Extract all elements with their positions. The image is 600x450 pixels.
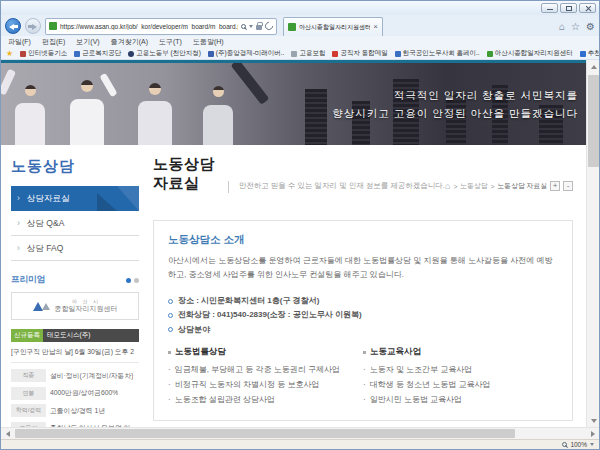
back-button[interactable] (5, 18, 21, 34)
zoom-caret-icon[interactable] (590, 443, 594, 446)
menu-tools[interactable]: 도구(T) (159, 37, 182, 47)
menu-view[interactable]: 보기(V) (76, 37, 99, 47)
page-title: 노동상담 자료실 (153, 155, 218, 193)
info-bullet-phone: 전화상담 : 041)540-2839(소장 : 공인노무사 이원복) (168, 308, 558, 322)
menu-bar: 파일(F) 편집(E) 보기(V) 즐겨찾기(A) 도구(T) 도움말(H) (1, 36, 599, 48)
ssl-lock-icon (256, 25, 262, 30)
sidebar-item-counsel-qna[interactable]: › 상담 Q&A (11, 211, 139, 236)
favicon (74, 51, 80, 57)
favorite-link[interactable]: 고용노동부 (천안지청) (128, 49, 201, 58)
home-icon[interactable]: ⌂ (559, 21, 565, 32)
home-icon[interactable]: ⌂ (445, 182, 450, 191)
job-row: 연봉 4000만원/상여금600% (11, 387, 139, 400)
favorite-link[interactable]: 공직자 통합메일 (332, 49, 387, 58)
favorite-link[interactable]: 인터넷등기소 (20, 49, 67, 58)
tab-favicon (288, 23, 296, 31)
banner-slogan: 적극적인 일자리 창출로 서민복지를 향상시키고 고용이 안정된 아산을 만들겠… (332, 87, 578, 123)
breadcrumb-item[interactable]: 노동상담 (460, 181, 487, 191)
column-legal-consult: 노동법률상담 ·임금체불, 부당해고 등 각종 노동권리 구제사업 ·비정규직 … (168, 346, 363, 407)
left-arrow-icon (6, 431, 10, 437)
chevron-icon: › (17, 186, 20, 211)
address-bar[interactable]: https://www.asan.go.kr/job/_kor/develope… (45, 18, 277, 35)
bullet-icon (168, 313, 173, 318)
zoom-magnifier-icon (562, 442, 567, 447)
vertical-scrollbar[interactable] (586, 60, 599, 427)
job-posting-widget[interactable]: 신규등록 태모도시스(주) [구인구직 만남의 날] 6월 30일(금) 오후 … (11, 329, 139, 427)
font-zoom-out-button[interactable]: - (563, 181, 573, 191)
page-header: 노동상담 자료실 안전하고 믿을 수 있는 일자리 및 인재 정보를 제공하겠습… (153, 155, 573, 193)
url-text[interactable]: https://www.asan.go.kr/job/_kor/develope… (60, 23, 238, 30)
square-bullet-icon (168, 351, 171, 354)
breadcrumb: ⌂ > 노동상담 > 노동상담 자료실 + - (445, 181, 573, 193)
zoom-level[interactable]: 100% (570, 441, 587, 448)
favorite-link[interactable]: (주)중앙경제-미래이버.. (208, 49, 285, 58)
favicon (208, 51, 214, 57)
favorite-link[interactable]: 아산시종합일자리지원센터 (487, 49, 573, 58)
favicon (20, 51, 26, 57)
premium-banner-logo[interactable]: 아 산 시 종합일자리지원센터 (11, 292, 139, 320)
page-subtitle: 안전하고 믿을 수 있는 일자리 및 인재 정보를 제공하겠습니다. (228, 181, 445, 193)
job-event-text: [구인구직 만남의 날] 6월 30일(금) 오후 2 (11, 347, 139, 363)
navigation-bar: https://www.asan.go.kr/job/_kor/develope… (1, 15, 599, 36)
close-button[interactable] (579, 3, 596, 13)
sidebar: 노동상담 › 상담자료실 › 상담 Q&A › 상담 FAQ (11, 157, 139, 427)
browser-tab[interactable]: 아산시종합일자리지원센터 × (283, 17, 383, 36)
right-arrow-icon (591, 431, 595, 437)
premium-section: 프리미엄 (11, 274, 139, 286)
favorite-link[interactable]: 한국공인노무사회 홈페이.. (395, 49, 480, 58)
bullet-icon (168, 327, 173, 332)
minimize-icon (547, 9, 553, 11)
sidebar-item-counsel-faq[interactable]: › 상담 FAQ (11, 236, 139, 261)
menu-edit[interactable]: 편집(E) (42, 37, 65, 47)
scroll-right-button[interactable] (586, 428, 599, 439)
hero-banner: 적극적인 일자리 창출로 서민복지를 향상시키고 고용이 안정된 아산을 만들겠… (1, 63, 586, 145)
scroll-left-button[interactable] (1, 428, 14, 439)
font-zoom-in-button[interactable]: + (550, 181, 560, 191)
intro-heading: 노동상담소 소개 (168, 233, 558, 247)
main-panel: 노동상담 자료실 안전하고 믿을 수 있는 일자리 및 인재 정보를 제공하겠습… (153, 155, 573, 427)
favorites-bar-star-icon[interactable]: ★ (6, 49, 13, 58)
carousel-dot-active[interactable] (126, 278, 131, 283)
square-bullet-icon (363, 351, 366, 354)
favorite-link[interactable]: 고용보험 (291, 49, 325, 58)
settings-gear-icon[interactable]: ⚙ (586, 21, 595, 32)
company-name-badge: 태모도시스(주) (43, 329, 139, 342)
favorite-link[interactable]: 근로복지공단 (74, 49, 121, 58)
search-icon[interactable] (241, 24, 246, 29)
horizontal-scrollbar-thumb[interactable] (15, 429, 515, 438)
forward-button[interactable] (25, 18, 41, 34)
job-row: 직종 설비·정비(기계정비/자동차) (11, 369, 139, 382)
consult-columns: 노동법률상담 ·임금체불, 부당해고 등 각종 노동권리 구제사업 ·비정규직 … (168, 346, 558, 407)
sidebar-title: 노동상담 (11, 157, 139, 176)
scroll-up-button[interactable] (587, 60, 599, 73)
favicon (291, 51, 297, 57)
minimize-button[interactable] (541, 3, 558, 13)
title-bar (1, 1, 599, 15)
favorites-star-icon[interactable]: ☆ (571, 21, 580, 32)
menu-help[interactable]: 도움말(H) (193, 37, 224, 47)
menu-favorites[interactable]: 즐겨찾기(A) (111, 37, 148, 47)
refresh-icon[interactable] (263, 20, 274, 31)
horizontal-scrollbar[interactable] (1, 427, 599, 439)
content-area: 노동상담 › 상담자료실 › 상담 Q&A › 상담 FAQ (1, 145, 586, 427)
tab-close-icon[interactable]: × (373, 23, 378, 31)
autocomplete-caret-icon[interactable] (249, 25, 253, 28)
back-arrow-icon (9, 24, 14, 30)
column-labor-education: 노동교육사업 ·노동자 및 노조간부 교육사업 ·대학생 등 청소년 노동법 교… (363, 346, 558, 407)
new-registration-badge: 신규등록 (11, 329, 43, 342)
favicon (580, 51, 586, 57)
job-row: 학력/경력 고졸이상/경력 1년 (11, 404, 139, 417)
favicon (332, 51, 338, 57)
sidebar-item-counsel-archive[interactable]: › 상담자료실 (11, 186, 139, 211)
maximize-button[interactable] (560, 3, 577, 13)
favorite-link[interactable]: 추천 사이트 (580, 49, 599, 58)
toolbar-right: ⌂ ☆ ⚙ (559, 21, 595, 32)
carousel-dot[interactable] (134, 278, 139, 283)
menu-file[interactable]: 파일(F) (8, 37, 31, 47)
forward-arrow-icon (32, 24, 37, 30)
premium-heading: 프리미엄 (11, 274, 45, 286)
carousel-dots (126, 278, 139, 283)
favicon (395, 51, 401, 57)
scroll-down-button[interactable] (587, 414, 599, 427)
vertical-scrollbar-thumb[interactable] (588, 75, 599, 167)
